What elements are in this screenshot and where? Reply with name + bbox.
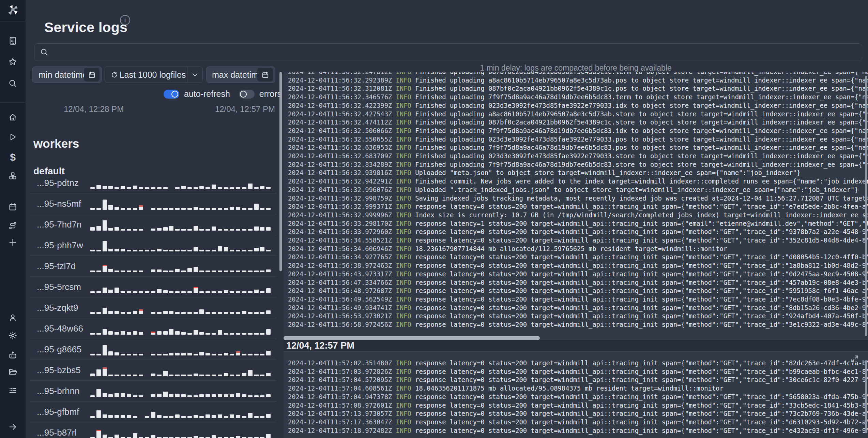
runs-play-icon[interactable]: [0, 132, 26, 142]
worker-row[interactable]: ...95-pdtnz: [30, 173, 277, 193]
sparkline-bar: [205, 414, 210, 418]
sparkline-bar: [260, 271, 264, 272]
log-line: 2024-12-04T11:56:43.973317Z INFO respons…: [288, 270, 868, 279]
user-icon[interactable]: [0, 313, 26, 322]
sparkline-bar: [260, 416, 264, 418]
sparkline-bar: [194, 330, 198, 335]
worker-activity-sparkline: [90, 239, 273, 251]
expand-icon[interactable]: [850, 354, 859, 363]
worker-row[interactable]: ...95-bzbs5: [30, 360, 277, 381]
log-block-2[interactable]: 2024-12-04T11:57:02.351480Z INFO respons…: [284, 352, 868, 438]
worker-name: ...95-48w66: [37, 323, 83, 334]
logs-list-icon[interactable]: [0, 386, 26, 395]
sparkline-bar: [194, 187, 198, 189]
sparkline-bar: [103, 414, 107, 418]
sparkline-bar: [218, 208, 222, 210]
sparkline-bar: [175, 269, 180, 272]
worker-row[interactable]: ...95-gfbmf: [30, 402, 277, 422]
page-title: Service logs: [44, 19, 127, 35]
errors-toggle[interactable]: [239, 90, 255, 99]
favorites-star-icon[interactable]: [0, 57, 26, 67]
flows-route-icon[interactable]: [0, 221, 26, 230]
worker-row[interactable]: ...95-7hd7n: [30, 214, 277, 235]
folders-icon[interactable]: [0, 367, 26, 377]
sparkline-bar: [133, 311, 137, 314]
sparkline-bar: [163, 311, 168, 314]
log-block1-scrollbar[interactable]: [865, 76, 867, 336]
settings-gear-icon[interactable]: [0, 331, 26, 340]
home-icon[interactable]: [0, 113, 26, 122]
worker-row[interactable]: ...95-tzl7d: [30, 256, 277, 277]
sparkline-bar: [169, 226, 173, 231]
add-plus-icon[interactable]: [0, 238, 26, 247]
max-datetime-label: max datetime: [212, 70, 257, 80]
workers-scrollbar[interactable]: [279, 72, 282, 271]
min-datetime-calendar-button[interactable]: [84, 68, 100, 82]
sparkline-bar: [133, 250, 137, 251]
sparkline-bar: [242, 208, 246, 210]
chevron-down-icon[interactable]: [187, 71, 202, 78]
sparkline-bar: [194, 374, 198, 376]
sparkline-bar: [163, 416, 168, 418]
windmill-logo[interactable]: [0, 3, 26, 18]
log-block2-scrollbar[interactable]: [865, 360, 867, 433]
sparkline-bar: [236, 187, 240, 189]
sparkline-bar: [175, 414, 180, 418]
worker-row[interactable]: ...95-zqkt9: [30, 297, 277, 318]
schedules-calendar-icon[interactable]: [0, 202, 26, 211]
log-line: 2024-12-04T11:57:04.608561Z INFO 18.0463…: [288, 384, 868, 393]
sparkline-bar: [236, 271, 240, 272]
min-datetime-input[interactable]: min datetime: [32, 67, 102, 83]
sparkline-bar: [175, 250, 180, 251]
worker-row[interactable]: ...95-phh7w: [30, 235, 277, 256]
sparkline-bar: [90, 312, 95, 314]
info-icon[interactable]: i: [120, 15, 130, 25]
auto-refresh-toggle[interactable]: [164, 90, 179, 99]
max-datetime-calendar-button[interactable]: [257, 68, 273, 82]
search-input[interactable]: [54, 47, 857, 57]
sparkline-bar: [96, 312, 101, 314]
sparkline-bar: [260, 247, 264, 251]
sparkline-bar: [108, 375, 113, 376]
max-datetime-input[interactable]: max datetime: [206, 67, 275, 83]
calendar-icon: [88, 71, 96, 79]
worker-row[interactable]: ...95-brhnn: [30, 381, 277, 402]
log-line: 2024-12-04T11:56:32.506066Z INFO Finishe…: [288, 127, 868, 135]
sparkline-bar: [121, 415, 125, 418]
worker-row[interactable]: ...95-48w66: [30, 318, 277, 339]
sparkline-bar: [139, 229, 143, 231]
collapse-arrow-right-icon[interactable]: [0, 422, 26, 432]
horizontal-scrollbar[interactable]: [284, 336, 540, 340]
worker-activity-sparkline: [90, 302, 273, 314]
sparkline-bar: [248, 184, 253, 189]
sparkline-bar: [224, 312, 228, 314]
billing-dollar-icon[interactable]: $: [0, 151, 26, 163]
search-nav-icon[interactable]: [0, 79, 26, 88]
resources-cubes-icon[interactable]: [0, 171, 26, 180]
sparkline-bar: [260, 227, 264, 231]
worker-name: ...95-b87rl: [37, 427, 77, 438]
worker-row[interactable]: ...95-b87rl: [30, 422, 277, 438]
worker-row[interactable]: ...95-ns5mf: [30, 193, 277, 214]
log-line: 2024-12-04T11:56:32.834289Z INFO Finishe…: [288, 161, 868, 169]
sparkline-bar: [266, 208, 271, 210]
sparkline-bar: [224, 187, 228, 189]
sparkline-bar: [254, 375, 259, 376]
sparkline-bar: [103, 435, 107, 438]
sparkline-bar: [205, 353, 210, 355]
workspace-building-icon[interactable]: [0, 36, 26, 45]
sparkline-bar: [115, 332, 119, 335]
logfiles-select[interactable]: Last 1000 logfiles: [105, 67, 203, 83]
sparkline-bar: [266, 269, 271, 272]
log-line: 2024-12-04T11:56:32.427543Z INFO Finishe…: [288, 110, 868, 119]
sparkline-bar: [254, 248, 259, 251]
sparkline-bar: [218, 414, 222, 418]
worker-name: ...95-7hd7n: [37, 219, 82, 230]
sparkline-bar: [96, 250, 101, 251]
worker-row[interactable]: ...95-5rcsm: [30, 277, 277, 297]
log-block-1[interactable]: 2024-12-04T11:56:32.247812Z INFO Finishe…: [284, 72, 868, 340]
sparkline-bar: [266, 187, 271, 189]
worker-row[interactable]: ...95-g8665: [30, 339, 277, 360]
sparkline-bar: [145, 250, 149, 251]
workers-robot-icon[interactable]: [0, 351, 26, 360]
